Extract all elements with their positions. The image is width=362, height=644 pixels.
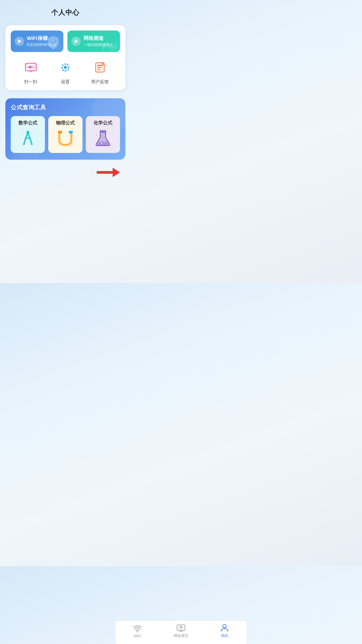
feedback-action[interactable]: 用户反馈 xyxy=(91,59,109,85)
svg-rect-12 xyxy=(97,67,101,68)
svg-point-17 xyxy=(26,131,29,133)
content-spacer xyxy=(0,180,131,260)
wifi-banner[interactable]: WiFi保镖 时刻保障WiFi安全 xyxy=(11,31,63,52)
formula-items: 数学公式 ✦ ✦ xyxy=(11,116,120,153)
page-header: 个人中心 xyxy=(0,0,131,22)
svg-text:✦: ✦ xyxy=(95,133,98,137)
svg-text:✦: ✦ xyxy=(20,131,23,135)
svg-point-31 xyxy=(104,141,105,142)
chemistry-formula-item[interactable]: 化学公式 ✦ ✦ xyxy=(86,116,120,153)
svg-rect-14 xyxy=(102,63,104,65)
physics-label: 物理公式 xyxy=(56,120,75,126)
svg-rect-25 xyxy=(69,131,73,133)
feedback-icon xyxy=(95,62,105,73)
top-card: WiFi保镖 时刻保障WiFi安全 网络测速 一键知晓网速情况 xyxy=(5,25,125,90)
svg-point-4 xyxy=(29,67,31,68)
svg-rect-24 xyxy=(58,131,62,133)
svg-point-7 xyxy=(64,66,66,69)
svg-rect-13 xyxy=(97,69,100,70)
scan-icon xyxy=(25,62,37,73)
svg-point-30 xyxy=(101,142,103,144)
scan-action[interactable]: 扫一扫 xyxy=(22,59,40,85)
svg-text:✦: ✦ xyxy=(22,144,24,146)
formula-title: 公式查询工具 xyxy=(11,104,120,111)
svg-rect-11 xyxy=(97,65,103,66)
more-arrow-icon xyxy=(97,168,120,177)
chemistry-flask-icon: ✦ ✦ xyxy=(94,129,112,147)
feedback-label: 用户反馈 xyxy=(91,79,109,85)
svg-text:✦: ✦ xyxy=(57,144,60,147)
svg-rect-5 xyxy=(29,71,32,72)
svg-rect-29 xyxy=(100,130,106,133)
svg-text:✦: ✦ xyxy=(71,144,73,147)
math-formula-item[interactable]: 数学公式 ✦ ✦ xyxy=(11,116,45,153)
speed-banner[interactable]: 网络测速 一键知晓网速情况 xyxy=(67,31,120,52)
svg-text:✦: ✦ xyxy=(33,133,35,136)
banner-row: WiFi保镖 时刻保障WiFi安全 网络测速 一键知晓网速情况 xyxy=(11,31,120,52)
svg-text:✦: ✦ xyxy=(64,133,66,135)
math-compass-icon: ✦ ✦ ✦ xyxy=(18,129,37,147)
chemistry-label: 化学公式 xyxy=(94,120,112,126)
quick-actions: 扫一扫 xyxy=(11,59,120,85)
settings-icon xyxy=(60,62,71,73)
svg-point-20 xyxy=(31,144,33,145)
physics-magnet-icon: ✦ ✦ ✦ xyxy=(56,129,75,147)
shield-deco-icon xyxy=(47,35,60,50)
svg-point-19 xyxy=(23,144,25,145)
settings-action[interactable]: 设置 xyxy=(57,59,74,85)
math-label: 数学公式 xyxy=(18,120,37,126)
svg-text:✦: ✦ xyxy=(108,132,110,135)
wifi-play-icon xyxy=(15,37,24,46)
formula-card: 公式查询工具 数学公式 xyxy=(5,98,125,160)
arrow-section xyxy=(0,165,131,180)
speed-play-icon xyxy=(71,37,81,46)
wave-deco-icon xyxy=(101,37,118,51)
settings-label: 设置 xyxy=(61,79,70,85)
physics-formula-item[interactable]: 物理公式 ✦ ✦ ✦ xyxy=(48,116,82,153)
scan-label: 扫一扫 xyxy=(24,79,37,85)
page-title: 个人中心 xyxy=(51,9,79,16)
